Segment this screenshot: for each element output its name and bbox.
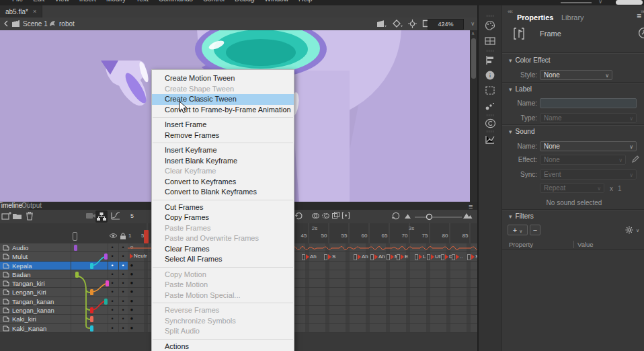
context-menu-item[interactable]: Create Classic Tween [152, 94, 294, 105]
help-circle-icon[interactable] [638, 27, 644, 39]
style-select[interactable]: None ∨ [540, 70, 612, 80]
tab-output[interactable]: Output [22, 202, 42, 210]
camera-icon[interactable] [85, 211, 96, 220]
context-menu-item[interactable]: Remove Frames [152, 130, 294, 141]
frame1-keyframe[interactable] [128, 306, 136, 314]
mouth-keyframe[interactable]: .. [452, 252, 462, 261]
zoom-caret-icon[interactable]: ∨ [471, 21, 475, 27]
layer-visibility-dot[interactable]: • [108, 288, 117, 296]
filter-options-button[interactable]: ∨ [622, 225, 642, 235]
transform-panel-icon[interactable] [485, 85, 495, 95]
tab-properties[interactable]: Properties [517, 13, 553, 22]
tab-library[interactable]: Library [561, 13, 584, 22]
layer-lock-dot[interactable]: • [118, 252, 128, 260]
new-layer-icon[interactable] [1, 211, 11, 221]
layer-lock-dot[interactable]: • [118, 297, 128, 305]
center-playhead-icon[interactable] [391, 211, 401, 221]
frame1-keyframe[interactable] [128, 288, 136, 296]
parent-tag[interactable] [90, 307, 93, 313]
layer-visibility-dot[interactable]: • [108, 297, 117, 305]
layer-lock-dot[interactable]: • [118, 306, 128, 314]
section-label[interactable]: Label [509, 85, 532, 93]
layer-lock-dot[interactable]: • [118, 315, 128, 323]
menubar-item[interactable]: Insert [79, 0, 96, 5]
context-menu-item[interactable]: Clear Frames [152, 244, 294, 255]
layer-lock-dot[interactable]: • [118, 243, 128, 251]
context-menu-item[interactable]: Actions [152, 342, 294, 351]
document-tab[interactable]: ab5.fla* × [0, 5, 42, 17]
swatches-icon[interactable] [485, 36, 495, 46]
context-menu-item[interactable]: Convert to Keyframes [152, 177, 294, 188]
layer-visibility-dot[interactable]: • [108, 243, 117, 251]
frame1-keyframe[interactable] [128, 315, 136, 323]
parent-tag[interactable] [90, 289, 93, 295]
menubar-item[interactable]: View [54, 0, 69, 5]
mouth-keyframe[interactable]: S [324, 252, 335, 261]
onion-skin-icon[interactable] [311, 211, 320, 220]
menubar-item[interactable]: File [12, 0, 23, 5]
layer-lock-dot[interactable]: • [118, 270, 128, 278]
modify-markers-icon[interactable] [341, 211, 350, 220]
edit-multiple-frames-icon[interactable] [331, 211, 340, 220]
context-menu-item[interactable]: Select All Frames [152, 254, 294, 265]
mouth-keyframe[interactable]: Ah [354, 252, 368, 261]
section-sound[interactable]: Sound [509, 128, 534, 135]
parent-tag[interactable] [90, 325, 93, 332]
edit-symbols-icon[interactable] [393, 20, 403, 28]
particles-icon[interactable] [485, 101, 495, 111]
layer-visibility-dot[interactable]: • [108, 252, 117, 260]
scene-name[interactable]: Scene 1 [23, 20, 48, 28]
align-panel-icon[interactable] [485, 55, 495, 65]
menubar-item[interactable]: Commands [159, 0, 193, 5]
layer-visibility-dot[interactable]: • [108, 262, 117, 270]
context-menu-item[interactable]: Insert Frame [152, 120, 294, 130]
menubar-item[interactable]: Debug [235, 0, 254, 5]
search-input[interactable] [616, 0, 643, 5]
parent-tag[interactable] [75, 272, 79, 278]
parent-tag[interactable] [90, 316, 93, 322]
context-menu-item[interactable]: Copy Frames [152, 212, 294, 223]
scroll-up-icon[interactable]: ∧ [471, 31, 475, 36]
context-menu-item[interactable]: Convert to Frame-by-Frame Animation › [152, 105, 294, 116]
layer-visibility-dot[interactable]: • [108, 270, 117, 278]
motion-graph-icon[interactable] [485, 134, 495, 145]
mouth-keyframe[interactable]: S [467, 252, 477, 261]
frame1-keyframe[interactable] [128, 279, 136, 287]
edit-sound-pencil-icon[interactable] [631, 155, 640, 163]
scrollbar-thumb[interactable] [471, 38, 476, 79]
timeline-zoom-knob[interactable] [426, 213, 433, 221]
menubar-item[interactable]: Control [203, 0, 225, 5]
collapse-panel-icon[interactable]: «« [508, 8, 512, 15]
parent-tag[interactable] [90, 263, 93, 269]
frame1-keyframe[interactable] [128, 270, 136, 278]
zoom-in-timeline-icon[interactable] [462, 212, 473, 219]
parent-tag[interactable] [74, 245, 77, 251]
info-icon[interactable]: i [485, 70, 495, 81]
layer-visibility-dot[interactable]: • [108, 279, 117, 287]
frame1-keyframe[interactable] [128, 297, 136, 305]
delete-layer-trash-icon[interactable] [26, 211, 34, 221]
graph-editor-icon[interactable] [110, 211, 121, 221]
section-filters[interactable]: Filters [509, 212, 534, 220]
mouth-keyframe[interactable]: E [397, 252, 408, 261]
remove-filter-button[interactable]: − [530, 225, 540, 235]
context-menu-item[interactable]: Create Motion Tween [152, 73, 294, 84]
zoom-out-timeline-icon[interactable] [404, 213, 411, 219]
menubar-item[interactable]: Help [298, 0, 313, 5]
layer-visibility-dot[interactable]: • [108, 324, 117, 332]
playhead[interactable] [144, 230, 149, 243]
layer-visibility-dot[interactable]: • [108, 306, 117, 314]
menubar-item[interactable]: Window [265, 0, 289, 5]
add-filter-button[interactable]: + ∨ [508, 225, 528, 235]
context-menu-item[interactable]: Insert Blank Keyframe [152, 156, 294, 167]
back-arrow-icon[interactable] [3, 20, 9, 28]
mouth-keyframe[interactable]: Uh [427, 252, 442, 261]
sound-name-select[interactable]: None ∨ [540, 141, 637, 151]
close-icon[interactable]: × [33, 8, 36, 15]
frame1-keyframe[interactable] [128, 324, 136, 332]
layer-lock-dot[interactable]: • [118, 288, 128, 296]
context-menu-item[interactable]: Insert Keyframe [152, 145, 294, 156]
menubar-item[interactable]: Edit [33, 0, 44, 5]
eye-icon[interactable] [109, 233, 118, 239]
new-folder-icon[interactable] [12, 211, 22, 221]
